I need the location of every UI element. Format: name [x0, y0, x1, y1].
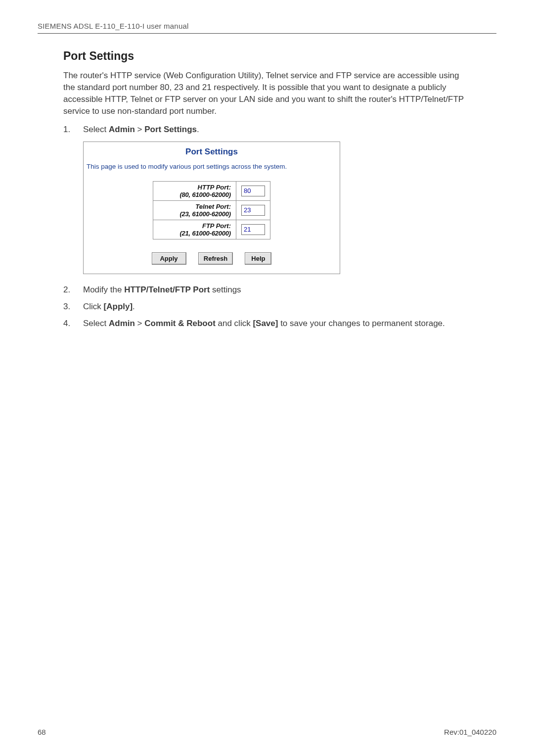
step-1-sep: >: [135, 125, 144, 134]
step-3-text: Click [Apply].: [83, 302, 471, 312]
step-3-suffix: .: [133, 302, 135, 311]
panel-button-row: Apply Refresh Help: [90, 252, 333, 265]
panel-title: Port Settings: [90, 142, 333, 163]
step-4-bold-commit: Commit & Reboot: [144, 319, 216, 328]
ftp-port-label-cell: FTP Port: (21, 61000-62000): [153, 220, 236, 239]
telnet-port-value-cell: [236, 200, 270, 220]
step-4-number: 4.: [63, 319, 83, 329]
header-rule: [38, 33, 496, 34]
step-1-bold-admin: Admin: [109, 125, 135, 134]
step-1-suffix: .: [197, 125, 199, 134]
content-area: Port Settings The router's HTTP service …: [38, 49, 496, 329]
step-1-bold-portsettings: Port Settings: [144, 125, 197, 134]
document-page: SIEMENS ADSL E-110_E-110-I user manual P…: [0, 0, 534, 756]
step-4-bold-admin: Admin: [109, 319, 135, 328]
telnet-port-label-cell: Telnet Port: (23, 61000-62000): [153, 200, 236, 220]
step-3-bold: [Apply]: [104, 302, 133, 311]
refresh-button[interactable]: Refresh: [198, 252, 233, 265]
step-4-suffix: to save your changes to permanent storag…: [278, 319, 445, 328]
http-port-input[interactable]: [241, 186, 265, 196]
http-port-range: (80, 61000-62000): [179, 191, 231, 198]
telnet-port-range: (23, 61000-62000): [179, 210, 231, 218]
step-4: 4. Select Admin > Commit & Reboot and cl…: [63, 319, 471, 329]
page-number: 68: [38, 728, 46, 736]
step-4-sep: >: [135, 319, 144, 328]
step-4-prefix: Select: [83, 319, 109, 328]
step-1-text: Select Admin > Port Settings.: [83, 125, 471, 135]
port-settings-form: HTTP Port: (80, 61000-62000) Telnet Port…: [153, 181, 270, 239]
telnet-port-row: Telnet Port: (23, 61000-62000): [153, 200, 270, 220]
http-port-row: HTTP Port: (80, 61000-62000): [153, 181, 270, 200]
step-2-bold: HTTP/Telnet/FTP Port: [124, 285, 210, 294]
ftp-port-range: (21, 61000-62000): [179, 230, 231, 237]
step-3-number: 3.: [63, 302, 83, 312]
panel-description: This page is used to modify various port…: [87, 163, 333, 170]
ftp-port-row: FTP Port: (21, 61000-62000): [153, 220, 270, 239]
step-4-mid: and click: [216, 319, 253, 328]
port-settings-panel: Port Settings This page is used to modif…: [83, 142, 340, 274]
revision-label: Rev:01_040220: [444, 728, 496, 736]
telnet-port-label: Telnet Port:: [195, 203, 231, 210]
http-port-value-cell: [236, 181, 270, 200]
step-1-number: 1.: [63, 125, 83, 135]
step-3: 3. Click [Apply].: [63, 302, 471, 312]
step-2-prefix: Modify the: [83, 285, 124, 294]
step-1: 1. Select Admin > Port Settings.: [63, 125, 471, 135]
step-1-prefix: Select: [83, 125, 109, 134]
intro-paragraph: The router's HTTP service (Web Configura…: [63, 70, 471, 118]
step-4-text: Select Admin > Commit & Reboot and click…: [83, 319, 471, 329]
page-footer: 68 Rev:01_040220: [38, 728, 496, 736]
step-2: 2. Modify the HTTP/Telnet/FTP Port setti…: [63, 285, 471, 295]
step-2-number: 2.: [63, 285, 83, 295]
step-4-bold-save: [Save]: [253, 319, 278, 328]
http-port-label-cell: HTTP Port: (80, 61000-62000): [153, 181, 236, 200]
telnet-port-input[interactable]: [241, 205, 265, 216]
running-header: SIEMENS ADSL E-110_E-110-I user manual: [38, 22, 496, 30]
step-3-prefix: Click: [83, 302, 104, 311]
step-2-text: Modify the HTTP/Telnet/FTP Port settings: [83, 285, 471, 295]
http-port-label: HTTP Port:: [198, 184, 231, 191]
ftp-port-value-cell: [236, 220, 270, 239]
section-title: Port Settings: [63, 49, 471, 63]
ftp-port-label: FTP Port:: [202, 222, 231, 230]
ftp-port-input[interactable]: [241, 224, 265, 235]
apply-button[interactable]: Apply: [152, 252, 186, 265]
step-2-suffix: settings: [210, 285, 241, 294]
help-button[interactable]: Help: [245, 252, 271, 265]
